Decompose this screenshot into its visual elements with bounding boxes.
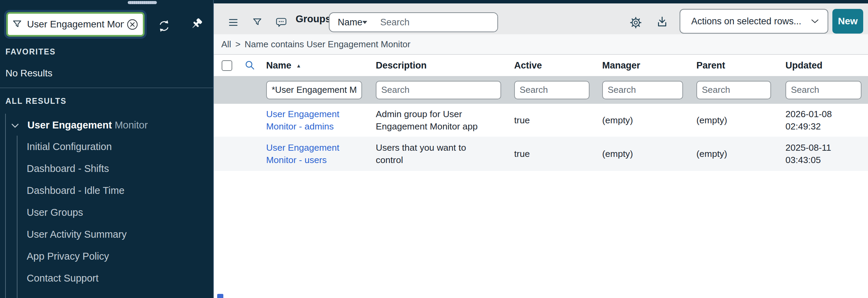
caret-down-icon <box>362 21 367 24</box>
column-filter-row <box>214 76 868 104</box>
scrollbar-fragment[interactable] <box>217 294 223 298</box>
sidebar: FAVORITES No Results ALL RESULTS User En… <box>0 0 214 298</box>
filter-funnel-icon <box>12 19 22 29</box>
updated-filter-input[interactable] <box>785 81 861 99</box>
refresh-icon <box>157 18 172 34</box>
favorites-empty-text: No Results <box>5 68 52 79</box>
column-header-manager[interactable]: Manager <box>602 60 696 71</box>
select-all-checkbox[interactable] <box>222 60 232 71</box>
updated-cell[interactable]: 2026-01-08 02:49:32 <box>785 108 866 133</box>
list-filter-button[interactable] <box>252 17 262 28</box>
parent-cell[interactable]: (empty) <box>696 114 785 126</box>
sidebar-divider <box>0 88 213 88</box>
record-link[interactable]: User Engagement Monitor - users <box>266 141 352 166</box>
parent-cell[interactable]: (empty) <box>696 148 785 160</box>
description-filter-input[interactable] <box>376 81 501 99</box>
column-header-updated[interactable]: Updated <box>785 60 868 71</box>
app-name-rest: Monitor <box>115 120 148 131</box>
search-column-select[interactable]: Name <box>330 13 373 32</box>
sort-ascending-icon: ▲ <box>296 63 301 69</box>
sidebar-item-contact-support[interactable]: Contact Support <box>27 273 99 284</box>
table-row: User Engagement Monitor - users Users th… <box>214 137 868 171</box>
breadcrumb: All > Name contains User Engagement Moni… <box>214 34 868 55</box>
column-header-description[interactable]: Description <box>376 60 514 71</box>
sidebar-item-user-activity-summary[interactable]: User Activity Summary <box>27 229 127 240</box>
list-search-input[interactable] <box>373 13 498 32</box>
download-icon <box>656 15 668 29</box>
circled-x-icon <box>126 18 139 31</box>
pin-icon <box>189 17 204 32</box>
clear-filter-button[interactable] <box>126 18 139 31</box>
parent-filter-input[interactable] <box>696 81 771 99</box>
favorites-heading: FAVORITES <box>5 47 56 57</box>
active-cell[interactable]: true <box>514 148 602 160</box>
column-header-name[interactable]: Name ▲ <box>266 60 376 71</box>
sidebar-item-dashboard-idle-time[interactable]: Dashboard - Idle Time <box>27 185 124 196</box>
list-menu-button[interactable] <box>228 18 238 27</box>
tree-guide-line <box>5 114 6 298</box>
column-search-toggle[interactable] <box>244 60 266 71</box>
sidebar-item-user-engagement-monitor[interactable]: User Engagement Monitor <box>27 120 148 131</box>
manager-cell[interactable]: (empty) <box>602 148 696 160</box>
chevron-down-icon[interactable] <box>11 122 19 131</box>
column-header-active[interactable]: Active <box>514 60 602 71</box>
pin-sidebar-button[interactable] <box>189 17 204 32</box>
search-column-value: Name <box>338 17 362 28</box>
active-filter-input[interactable] <box>514 81 590 99</box>
sidebar-scrollbar-handle[interactable] <box>128 1 157 4</box>
table-header-row: Name ▲ Description Active Manager Parent… <box>214 55 868 76</box>
new-record-button[interactable]: New <box>832 9 863 34</box>
sidebar-filter-field[interactable] <box>6 12 145 37</box>
name-filter-input[interactable] <box>266 81 362 99</box>
list-view: Groups Name <box>214 0 868 298</box>
record-link[interactable]: User Engagement Monitor - admins <box>266 108 352 133</box>
sidebar-item-app-privacy-policy[interactable]: App Privacy Policy <box>27 251 109 262</box>
list-toolbar: Groups Name <box>214 3 868 34</box>
top-strip <box>214 0 868 3</box>
breadcrumb-condition[interactable]: Name contains User Engagement Monitor <box>245 39 410 50</box>
sidebar-item-dashboard-shifts[interactable]: Dashboard - Shifts <box>27 163 109 174</box>
hamburger-icon <box>228 18 238 27</box>
actions-dropdown-label: Actions on selected rows... <box>691 16 801 27</box>
sidebar-item-initial-configuration[interactable]: Initial Configuration <box>27 141 112 152</box>
column-header-parent[interactable]: Parent <box>696 60 785 71</box>
list-search-combo: Name <box>329 12 498 32</box>
table-row: User Engagement Monitor - admins Admin g… <box>214 104 868 137</box>
actions-dropdown[interactable]: Actions on selected rows... <box>680 9 828 34</box>
breadcrumb-all[interactable]: All <box>221 39 231 50</box>
active-cell[interactable]: true <box>514 114 602 126</box>
chat-bubble-icon <box>275 17 287 28</box>
sidebar-filter-input[interactable] <box>22 19 126 30</box>
manager-cell[interactable]: (empty) <box>602 114 696 126</box>
list-feedback-button[interactable] <box>275 17 287 28</box>
breadcrumb-separator: > <box>235 39 240 50</box>
sidebar-item-user-groups[interactable]: User Groups <box>27 207 83 218</box>
funnel-icon <box>252 17 262 28</box>
description-cell[interactable]: Users that you want to control <box>376 141 494 166</box>
search-icon <box>244 60 255 71</box>
export-button[interactable] <box>656 15 668 29</box>
list-settings-button[interactable] <box>629 16 643 29</box>
description-cell[interactable]: Admin group for User Engagement Monitor … <box>376 108 494 133</box>
updated-cell[interactable]: 2025-08-11 03:43:05 <box>785 141 866 166</box>
manager-filter-input[interactable] <box>602 81 683 99</box>
tree-guide-line <box>17 136 17 298</box>
gear-icon <box>629 16 643 29</box>
refresh-button[interactable] <box>157 18 172 34</box>
page-title: Groups <box>296 13 331 25</box>
chevron-down-icon <box>811 18 819 24</box>
app-name-match: User Engagement <box>27 120 112 131</box>
all-results-heading: ALL RESULTS <box>5 97 66 106</box>
